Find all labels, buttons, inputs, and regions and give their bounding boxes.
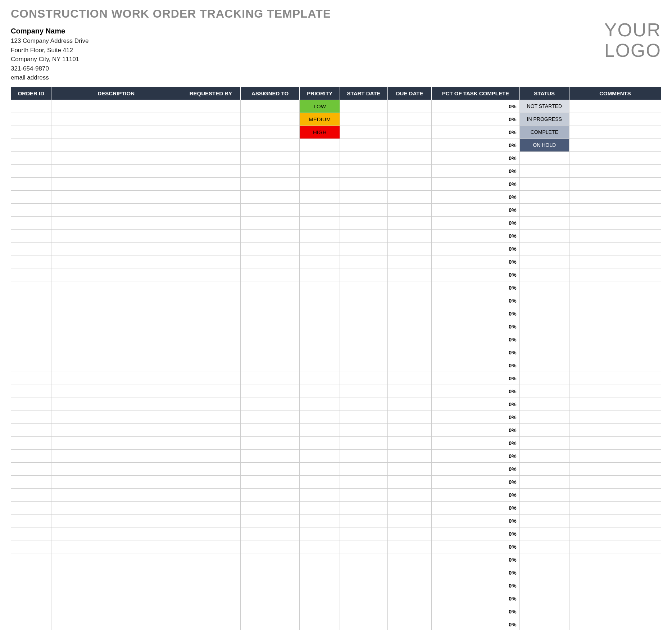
cell-order-id[interactable] bbox=[11, 346, 51, 359]
cell-due-date[interactable] bbox=[387, 566, 431, 579]
cell-start-date[interactable] bbox=[340, 320, 388, 333]
cell-status[interactable] bbox=[519, 398, 569, 411]
cell-status[interactable] bbox=[519, 605, 569, 618]
cell-order-id[interactable] bbox=[11, 268, 51, 281]
cell-pct-complete[interactable]: 0% bbox=[432, 462, 519, 475]
cell-assigned-to[interactable] bbox=[240, 177, 300, 190]
header-pct-complete[interactable]: PCT OF TASK COMPLETE bbox=[432, 87, 519, 100]
cell-description[interactable] bbox=[51, 320, 181, 333]
cell-description[interactable] bbox=[51, 190, 181, 203]
cell-requested-by[interactable] bbox=[181, 385, 240, 398]
cell-assigned-to[interactable] bbox=[240, 398, 300, 411]
cell-pct-complete[interactable]: 0% bbox=[432, 346, 519, 359]
cell-comments[interactable] bbox=[569, 449, 661, 462]
cell-comments[interactable] bbox=[569, 359, 661, 372]
cell-pct-complete[interactable]: 0% bbox=[432, 592, 519, 605]
cell-pct-complete[interactable]: 0% bbox=[432, 423, 519, 436]
cell-comments[interactable] bbox=[569, 514, 661, 527]
cell-description[interactable] bbox=[51, 294, 181, 307]
cell-comments[interactable] bbox=[569, 540, 661, 553]
cell-pct-complete[interactable]: 0% bbox=[432, 605, 519, 618]
cell-pct-complete[interactable]: 0% bbox=[432, 281, 519, 294]
cell-start-date[interactable] bbox=[340, 449, 388, 462]
header-assigned-to[interactable]: ASSIGNED TO bbox=[240, 87, 300, 100]
cell-requested-by[interactable] bbox=[181, 566, 240, 579]
cell-requested-by[interactable] bbox=[181, 333, 240, 346]
cell-due-date[interactable] bbox=[387, 113, 431, 126]
cell-requested-by[interactable] bbox=[181, 242, 240, 255]
cell-description[interactable] bbox=[51, 281, 181, 294]
cell-description[interactable] bbox=[51, 436, 181, 449]
cell-comments[interactable] bbox=[569, 139, 661, 151]
cell-description[interactable] bbox=[51, 307, 181, 320]
cell-comments[interactable] bbox=[569, 307, 661, 320]
cell-priority[interactable] bbox=[300, 475, 340, 488]
cell-priority[interactable]: LOW bbox=[300, 100, 340, 113]
cell-assigned-to[interactable] bbox=[240, 579, 300, 592]
cell-order-id[interactable] bbox=[11, 100, 51, 113]
cell-start-date[interactable] bbox=[340, 501, 388, 514]
cell-due-date[interactable] bbox=[387, 203, 431, 216]
cell-pct-complete[interactable]: 0% bbox=[432, 618, 519, 630]
cell-assigned-to[interactable] bbox=[240, 320, 300, 333]
cell-due-date[interactable] bbox=[387, 100, 431, 113]
cell-start-date[interactable] bbox=[340, 255, 388, 268]
cell-start-date[interactable] bbox=[340, 579, 388, 592]
cell-order-id[interactable] bbox=[11, 294, 51, 307]
cell-comments[interactable] bbox=[569, 385, 661, 398]
cell-comments[interactable] bbox=[569, 488, 661, 501]
cell-due-date[interactable] bbox=[387, 177, 431, 190]
cell-assigned-to[interactable] bbox=[240, 242, 300, 255]
cell-status[interactable] bbox=[519, 281, 569, 294]
cell-comments[interactable] bbox=[569, 566, 661, 579]
cell-requested-by[interactable] bbox=[181, 436, 240, 449]
cell-comments[interactable] bbox=[569, 579, 661, 592]
cell-start-date[interactable] bbox=[340, 216, 388, 229]
header-due-date[interactable]: DUE DATE bbox=[387, 87, 431, 100]
cell-due-date[interactable] bbox=[387, 164, 431, 177]
cell-status[interactable]: COMPLETE bbox=[519, 126, 569, 139]
cell-description[interactable] bbox=[51, 229, 181, 242]
cell-start-date[interactable] bbox=[340, 475, 388, 488]
cell-order-id[interactable] bbox=[11, 592, 51, 605]
cell-requested-by[interactable] bbox=[181, 475, 240, 488]
cell-description[interactable] bbox=[51, 540, 181, 553]
cell-start-date[interactable] bbox=[340, 229, 388, 242]
cell-priority[interactable] bbox=[300, 618, 340, 630]
cell-comments[interactable] bbox=[569, 294, 661, 307]
cell-comments[interactable] bbox=[569, 242, 661, 255]
cell-comments[interactable] bbox=[569, 164, 661, 177]
cell-start-date[interactable] bbox=[340, 385, 388, 398]
cell-status[interactable] bbox=[519, 346, 569, 359]
cell-assigned-to[interactable] bbox=[240, 139, 300, 151]
cell-start-date[interactable] bbox=[340, 203, 388, 216]
cell-comments[interactable] bbox=[569, 126, 661, 139]
cell-assigned-to[interactable] bbox=[240, 385, 300, 398]
cell-pct-complete[interactable]: 0% bbox=[432, 164, 519, 177]
cell-order-id[interactable] bbox=[11, 126, 51, 139]
cell-due-date[interactable] bbox=[387, 501, 431, 514]
cell-due-date[interactable] bbox=[387, 359, 431, 372]
cell-requested-by[interactable] bbox=[181, 268, 240, 281]
cell-priority[interactable] bbox=[300, 320, 340, 333]
cell-order-id[interactable] bbox=[11, 411, 51, 423]
cell-comments[interactable] bbox=[569, 475, 661, 488]
cell-order-id[interactable] bbox=[11, 255, 51, 268]
cell-assigned-to[interactable] bbox=[240, 618, 300, 630]
cell-due-date[interactable] bbox=[387, 126, 431, 139]
cell-order-id[interactable] bbox=[11, 618, 51, 630]
header-order-id[interactable]: ORDER ID bbox=[11, 87, 51, 100]
cell-due-date[interactable] bbox=[387, 592, 431, 605]
cell-assigned-to[interactable] bbox=[240, 268, 300, 281]
cell-comments[interactable] bbox=[569, 372, 661, 385]
cell-priority[interactable] bbox=[300, 553, 340, 566]
cell-description[interactable] bbox=[51, 139, 181, 151]
cell-comments[interactable] bbox=[569, 398, 661, 411]
cell-comments[interactable] bbox=[569, 113, 661, 126]
cell-pct-complete[interactable]: 0% bbox=[432, 501, 519, 514]
cell-assigned-to[interactable] bbox=[240, 333, 300, 346]
cell-pct-complete[interactable]: 0% bbox=[432, 333, 519, 346]
cell-status[interactable] bbox=[519, 216, 569, 229]
cell-assigned-to[interactable] bbox=[240, 190, 300, 203]
cell-start-date[interactable] bbox=[340, 307, 388, 320]
